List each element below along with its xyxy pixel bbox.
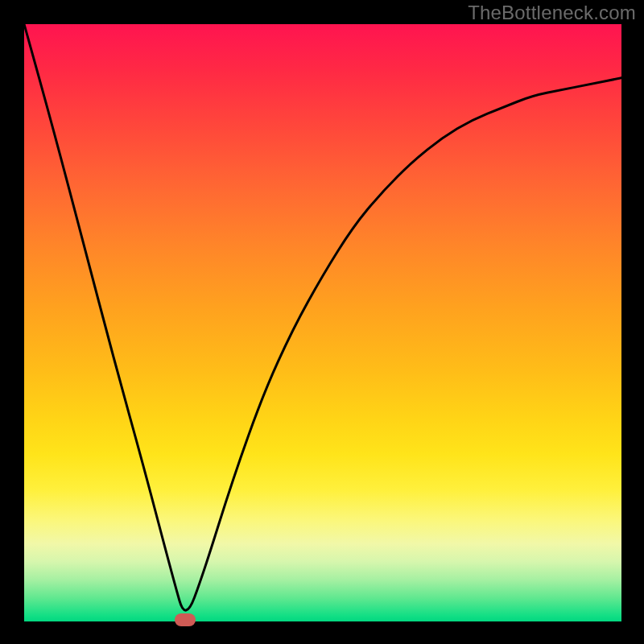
attribution-text: TheBottleneck.com [468,2,636,24]
curve-svg [24,24,621,621]
min-marker [175,613,196,626]
bottleneck-curve-path [24,24,621,610]
chart-stage: TheBottleneck.com [0,0,644,644]
plot-area [24,24,621,621]
